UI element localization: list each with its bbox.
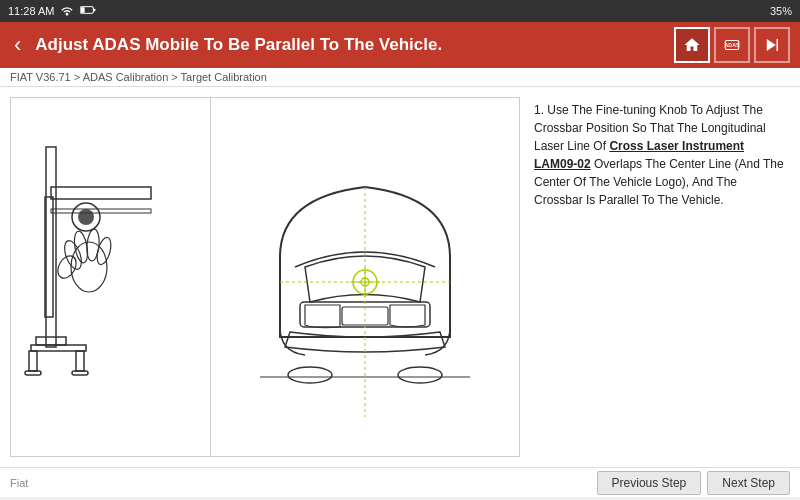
svg-text:ADAS: ADAS bbox=[725, 42, 740, 48]
instructions-panel: 1. Use The Fine-tuning Knob To Adjust Th… bbox=[530, 97, 790, 457]
home-button[interactable] bbox=[674, 27, 710, 63]
battery-icon bbox=[80, 5, 96, 17]
svg-rect-7 bbox=[36, 337, 66, 345]
time-display: 11:28 AM bbox=[8, 5, 54, 17]
adas-button[interactable]: ADAS bbox=[714, 27, 750, 63]
svg-rect-11 bbox=[51, 209, 151, 213]
header-buttons: ADAS bbox=[674, 27, 790, 63]
next-step-button[interactable]: Next Step bbox=[707, 471, 790, 495]
tool-diagram bbox=[21, 137, 201, 417]
footer-buttons: Previous Step Next Step bbox=[597, 471, 790, 495]
diagram-area bbox=[10, 97, 520, 457]
svg-point-34 bbox=[398, 367, 442, 383]
battery-percent: 35% bbox=[770, 5, 792, 17]
svg-point-18 bbox=[54, 253, 80, 282]
home-icon bbox=[683, 36, 701, 54]
forward-icon bbox=[763, 36, 781, 54]
svg-point-13 bbox=[71, 242, 107, 292]
main-content: 1. Use The Fine-tuning Knob To Adjust Th… bbox=[0, 87, 800, 467]
diagram-left-panel bbox=[11, 98, 211, 456]
footer: Fiat Previous Step Next Step bbox=[0, 467, 800, 497]
svg-rect-22 bbox=[25, 371, 41, 375]
svg-rect-1 bbox=[94, 9, 96, 12]
svg-rect-21 bbox=[76, 351, 84, 371]
svg-rect-19 bbox=[31, 345, 86, 351]
diagram-right-panel bbox=[211, 98, 519, 456]
svg-rect-2 bbox=[81, 7, 85, 12]
car-diagram bbox=[250, 137, 480, 417]
svg-rect-8 bbox=[51, 187, 151, 199]
svg-point-33 bbox=[288, 367, 332, 383]
status-right: 35% bbox=[770, 5, 792, 17]
brand-label: Fiat bbox=[10, 477, 28, 489]
previous-step-button[interactable]: Previous Step bbox=[597, 471, 702, 495]
forward-button[interactable] bbox=[754, 27, 790, 63]
status-bar: 11:28 AM 35% bbox=[0, 0, 800, 22]
status-left: 11:28 AM bbox=[8, 4, 96, 18]
svg-rect-23 bbox=[72, 371, 88, 375]
adas-icon: ADAS bbox=[723, 36, 741, 54]
instruction-text: 1. Use The Fine-tuning Knob To Adjust Th… bbox=[534, 101, 786, 209]
svg-rect-20 bbox=[29, 351, 37, 371]
step-number: 1. bbox=[534, 103, 544, 117]
svg-point-10 bbox=[78, 209, 94, 225]
breadcrumb-text: FIAT V36.71 > ADAS Calibration > Target … bbox=[10, 71, 267, 83]
page-title: Adjust ADAS Mobile To Be Parallel To The… bbox=[35, 35, 664, 55]
header: ‹ Adjust ADAS Mobile To Be Parallel To T… bbox=[0, 22, 800, 68]
breadcrumb: FIAT V36.71 > ADAS Calibration > Target … bbox=[0, 68, 800, 87]
wifi-icon bbox=[60, 4, 74, 18]
svg-point-17 bbox=[94, 236, 113, 266]
back-button[interactable]: ‹ bbox=[10, 32, 25, 58]
